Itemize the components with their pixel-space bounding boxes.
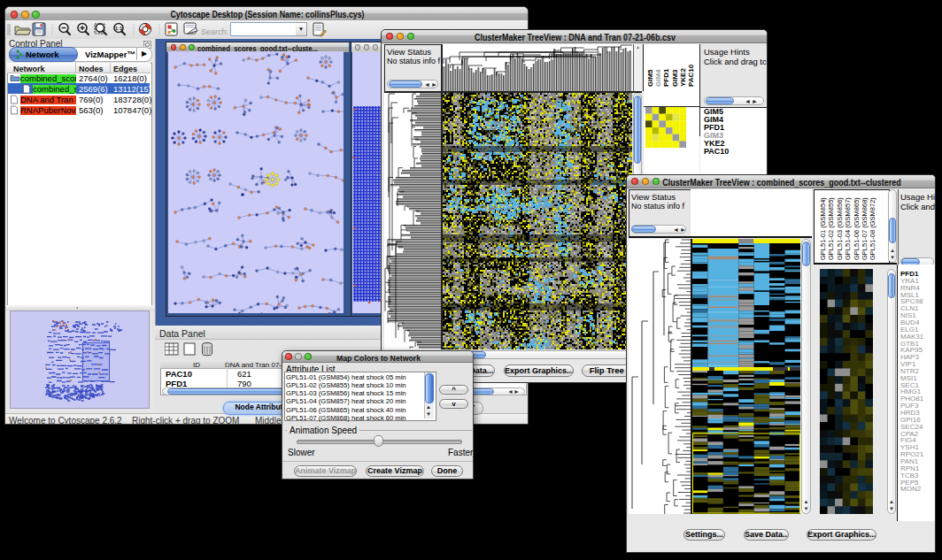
svg-text:1:1: 1:1 [115,26,122,31]
